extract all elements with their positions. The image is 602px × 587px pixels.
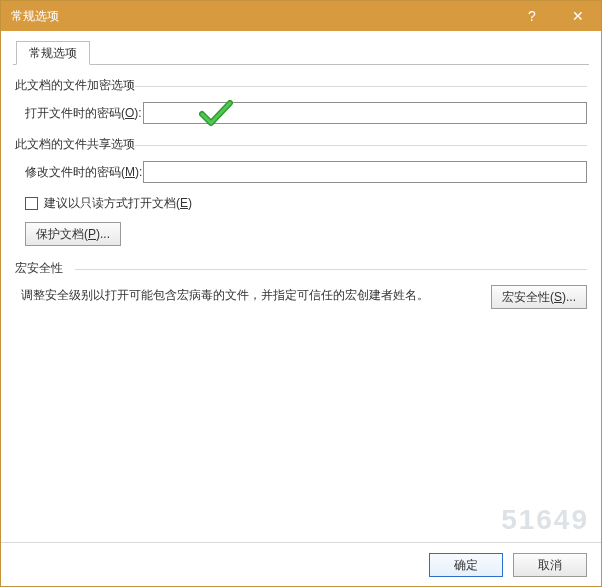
- open-password-row: 打开文件时的密码(O):: [25, 102, 587, 124]
- open-password-label: 打开文件时的密码(O):: [25, 105, 143, 122]
- close-icon: ✕: [572, 8, 584, 24]
- titlebar: 常规选项 ? ✕: [1, 1, 601, 31]
- group-macro-legend: 宏安全性: [15, 260, 587, 277]
- modify-password-input[interactable]: [143, 161, 587, 183]
- ok-button[interactable]: 确定: [429, 553, 503, 577]
- tab-label: 常规选项: [29, 46, 77, 60]
- tab-body: 此文档的文件加密选项 打开文件时的密码(O): 此文档的文件共享选项 修改文件时…: [13, 65, 589, 309]
- open-password-input[interactable]: [143, 102, 587, 124]
- macro-row: 调整安全级别以打开可能包含宏病毒的文件，并指定可信任的宏创建者姓名。 宏安全性(…: [21, 285, 587, 309]
- open-password-input-wrap: [143, 102, 587, 124]
- group-share-legend: 此文档的文件共享选项: [15, 136, 587, 153]
- modify-password-input-wrap: [143, 161, 587, 183]
- group-encrypt-legend: 此文档的文件加密选项: [15, 77, 587, 94]
- readonly-label: 建议以只读方式打开文档(E): [44, 195, 192, 212]
- macro-security-button[interactable]: 宏安全性(S)...: [491, 285, 587, 309]
- dialog-window: 常规选项 ? ✕ 常规选项 此文档的文件加密选项 打开文件时的密码(O):: [0, 0, 602, 587]
- tab-strip: 常规选项: [13, 41, 589, 65]
- macro-description: 调整安全级别以打开可能包含宏病毒的文件，并指定可信任的宏创建者姓名。: [21, 285, 479, 304]
- footer: 确定 取消: [1, 542, 601, 586]
- help-button[interactable]: ?: [509, 1, 555, 31]
- cancel-button[interactable]: 取消: [513, 553, 587, 577]
- tab-general[interactable]: 常规选项: [16, 41, 90, 65]
- help-icon: ?: [528, 8, 536, 24]
- modify-password-label: 修改文件时的密码(M):: [25, 164, 143, 181]
- content-area: 常规选项 此文档的文件加密选项 打开文件时的密码(O): 此文档的文件共享选项: [1, 31, 601, 542]
- window-title: 常规选项: [11, 8, 509, 25]
- readonly-checkbox-row[interactable]: 建议以只读方式打开文档(E): [25, 195, 587, 212]
- modify-password-row: 修改文件时的密码(M):: [25, 161, 587, 183]
- close-button[interactable]: ✕: [555, 1, 601, 31]
- readonly-checkbox[interactable]: [25, 197, 38, 210]
- protect-document-button[interactable]: 保护文档(P)...: [25, 222, 121, 246]
